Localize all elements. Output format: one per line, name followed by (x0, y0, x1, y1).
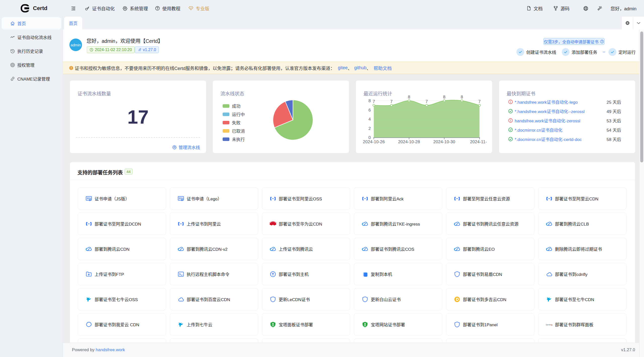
svg-text:Synology: Synology (546, 324, 552, 326)
